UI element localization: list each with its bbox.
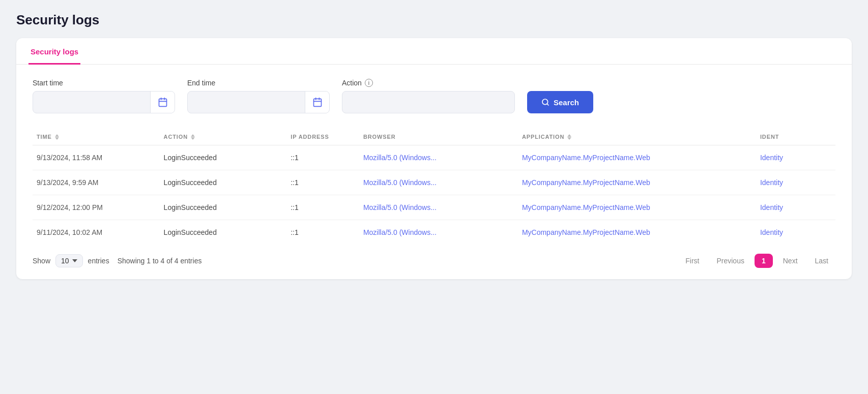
cell-browser-0: Mozilla/5.0 (Windows... bbox=[359, 145, 518, 170]
cell-action-0: LoginSucceeded bbox=[160, 145, 287, 170]
show-entries: Show 10 entries bbox=[33, 254, 109, 267]
svg-rect-4 bbox=[313, 99, 321, 106]
cell-time-2: 9/12/2024, 12:00 PM bbox=[33, 195, 160, 220]
col-action[interactable]: ACTION bbox=[160, 129, 287, 145]
table-row: 9/11/2024, 10:02 AM LoginSucceeded ::1 M… bbox=[33, 220, 835, 245]
chevron-down-icon bbox=[72, 259, 77, 262]
col-time[interactable]: TIME bbox=[33, 129, 160, 145]
cell-ip-3: ::1 bbox=[286, 220, 359, 245]
showing-text: Showing 1 to 4 of 4 entries bbox=[118, 257, 202, 265]
page-title: Security logs bbox=[16, 12, 852, 28]
tab-bar: Security logs bbox=[16, 38, 852, 65]
table-row: 9/13/2024, 9:59 AM LoginSucceeded ::1 Mo… bbox=[33, 170, 835, 195]
cell-ip-1: ::1 bbox=[286, 170, 359, 195]
tab-security-logs[interactable]: Security logs bbox=[28, 38, 80, 65]
entries-label: entries bbox=[88, 257, 109, 265]
start-time-input[interactable] bbox=[33, 92, 150, 113]
table-row: 9/12/2024, 12:00 PM LoginSucceeded ::1 M… bbox=[33, 195, 835, 220]
col-browser: BROWSER bbox=[359, 129, 518, 145]
calendar-icon bbox=[312, 97, 323, 107]
filter-section: Start time End time bbox=[16, 65, 852, 124]
cell-browser-1: Mozilla/5.0 (Windows... bbox=[359, 170, 518, 195]
end-time-input[interactable] bbox=[188, 92, 305, 113]
show-label: Show bbox=[33, 257, 50, 265]
end-time-group: End time bbox=[187, 79, 330, 113]
cell-app-1: MyCompanyName.MyProjectName.Web bbox=[518, 170, 756, 195]
action-input[interactable] bbox=[342, 92, 514, 113]
logs-table: TIME ACTION bbox=[33, 129, 835, 245]
start-time-group: Start time bbox=[33, 79, 175, 113]
end-time-calendar-button[interactable] bbox=[305, 91, 329, 113]
cell-browser-3: Mozilla/5.0 (Windows... bbox=[359, 220, 518, 245]
cell-ident-1: Identity bbox=[756, 170, 835, 195]
sort-icon-action bbox=[191, 134, 195, 140]
action-info-icon[interactable]: i bbox=[365, 79, 373, 87]
cell-time-1: 9/13/2024, 9:59 AM bbox=[33, 170, 160, 195]
next-page-button[interactable]: Next bbox=[776, 254, 805, 268]
svg-rect-0 bbox=[159, 99, 166, 106]
cell-ident-3: Identity bbox=[756, 220, 835, 245]
cell-time-0: 9/13/2024, 11:58 AM bbox=[33, 145, 160, 170]
cell-action-2: LoginSucceeded bbox=[160, 195, 287, 220]
svg-line-9 bbox=[547, 104, 548, 105]
cell-action-3: LoginSucceeded bbox=[160, 220, 287, 245]
last-page-button[interactable]: Last bbox=[808, 254, 835, 268]
cell-app-0: MyCompanyName.MyProjectName.Web bbox=[518, 145, 756, 170]
main-card: Security logs Start time bbox=[16, 38, 852, 279]
cell-ip-2: ::1 bbox=[286, 195, 359, 220]
cell-app-2: MyCompanyName.MyProjectName.Web bbox=[518, 195, 756, 220]
calendar-icon bbox=[158, 97, 168, 107]
entries-value: 10 bbox=[61, 257, 69, 265]
table-row: 9/13/2024, 11:58 AM LoginSucceeded ::1 M… bbox=[33, 145, 835, 170]
start-time-input-wrap bbox=[33, 91, 175, 113]
start-time-label: Start time bbox=[33, 79, 175, 87]
search-icon bbox=[541, 98, 549, 106]
action-group: Action i bbox=[342, 79, 515, 113]
col-ident: IDENT bbox=[756, 129, 835, 145]
col-application[interactable]: APPLICATION bbox=[518, 129, 756, 145]
filter-row: Start time End time bbox=[33, 79, 835, 113]
footer-section: Show 10 entries Showing 1 to 4 of 4 entr… bbox=[16, 245, 852, 279]
cell-browser-2: Mozilla/5.0 (Windows... bbox=[359, 195, 518, 220]
entries-select[interactable]: 10 bbox=[55, 254, 83, 267]
current-page-button[interactable]: 1 bbox=[755, 254, 773, 268]
action-label: Action i bbox=[342, 79, 515, 87]
cell-time-3: 9/11/2024, 10:02 AM bbox=[33, 220, 160, 245]
start-time-calendar-button[interactable] bbox=[150, 91, 175, 113]
first-page-button[interactable]: First bbox=[678, 254, 706, 268]
col-ip: IP ADDRESS bbox=[286, 129, 359, 145]
pagination: First Previous 1 Next Last bbox=[678, 254, 835, 268]
search-button[interactable]: Search bbox=[527, 91, 593, 113]
cell-ip-0: ::1 bbox=[286, 145, 359, 170]
cell-action-1: LoginSucceeded bbox=[160, 170, 287, 195]
action-input-wrap bbox=[342, 91, 515, 113]
table-header-row: TIME ACTION bbox=[33, 129, 835, 145]
sort-icon-app bbox=[567, 134, 571, 140]
prev-page-button[interactable]: Previous bbox=[709, 254, 751, 268]
cell-app-3: MyCompanyName.MyProjectName.Web bbox=[518, 220, 756, 245]
table-section: TIME ACTION bbox=[16, 124, 852, 245]
end-time-input-wrap bbox=[187, 91, 330, 113]
end-time-label: End time bbox=[187, 79, 330, 87]
sort-icon-time bbox=[55, 134, 59, 140]
cell-ident-0: Identity bbox=[756, 145, 835, 170]
cell-ident-2: Identity bbox=[756, 195, 835, 220]
